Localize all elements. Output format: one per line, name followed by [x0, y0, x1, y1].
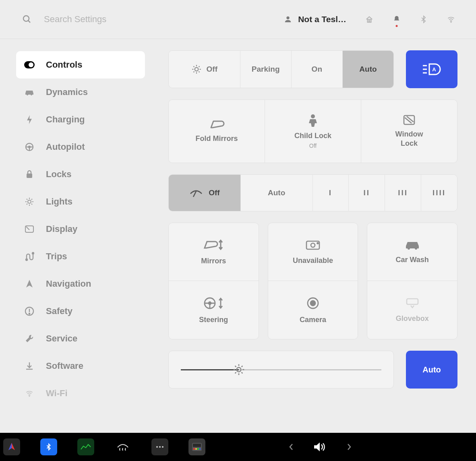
svg-point-25 — [32, 252, 34, 254]
camera-button[interactable]: Camera — [268, 281, 358, 339]
window-lock-button[interactable]: Window Lock — [361, 100, 457, 163]
brightness-auto-button[interactable]: Auto — [406, 351, 457, 389]
cell-label: Camera — [300, 316, 326, 324]
lights-option-parking[interactable]: Parking — [240, 51, 292, 88]
sidebar-item-label: Safety — [46, 306, 72, 316]
wiper-option-2[interactable]: II — [349, 175, 385, 211]
dock-dashcam-icon[interactable] — [188, 438, 205, 455]
sidebar-item-locks[interactable]: Locks — [16, 161, 145, 188]
svg-line-19 — [31, 204, 32, 205]
sidebar: Controls Dynamics Charging Autopilot Loc… — [0, 39, 161, 433]
media-prev-icon[interactable] — [288, 443, 294, 451]
profile-button[interactable]: Not a Tesl… — [284, 14, 346, 24]
toggle-icon — [24, 60, 35, 70]
sidebar-item-label: Trips — [46, 251, 67, 262]
wiper-option-label: IIII — [433, 188, 446, 197]
fold-mirrors-button[interactable]: Fold Mirrors — [169, 100, 265, 163]
lights-option-on[interactable]: On — [292, 51, 343, 88]
brightness-slider[interactable] — [168, 351, 394, 389]
headlight-button[interactable]: A — [406, 50, 457, 88]
svg-point-13 — [28, 200, 31, 203]
dashcam-button[interactable]: Unavailable — [268, 223, 358, 281]
lock-icon — [24, 169, 35, 180]
sidebar-item-label: Dynamics — [46, 87, 88, 97]
sidebar-item-trips[interactable]: Trips — [16, 243, 145, 270]
wiper-option-1[interactable]: I — [313, 175, 349, 211]
sidebar-item-label: Lights — [46, 196, 72, 207]
svg-line-20 — [27, 204, 27, 205]
wrench-icon — [24, 333, 35, 344]
lights-option-off[interactable]: Off — [169, 51, 240, 88]
svg-point-32 — [195, 68, 198, 71]
svg-line-66 — [242, 372, 243, 374]
svg-point-8 — [29, 146, 30, 148]
tile-sublabel: Off — [309, 143, 317, 149]
sidebar-item-navigation[interactable]: Navigation — [16, 270, 145, 298]
sidebar-item-label: Controls — [46, 60, 82, 70]
route-icon — [24, 251, 35, 262]
glovebox-button[interactable]: Glovebox — [367, 281, 457, 339]
media-volume-icon[interactable] — [313, 441, 327, 453]
wiper-option-label: Auto — [268, 188, 285, 197]
wiper-option-4[interactable]: IIII — [421, 175, 457, 211]
dock-bluetooth-icon[interactable] — [40, 438, 57, 455]
sidebar-item-charging[interactable]: Charging — [16, 106, 145, 133]
wiper-option-off[interactable]: Off — [169, 175, 241, 211]
car-wash-button[interactable]: Car Wash — [367, 223, 457, 281]
svg-line-23 — [26, 227, 29, 230]
dock-energy-icon[interactable] — [77, 438, 94, 455]
svg-point-58 — [310, 301, 315, 306]
sidebar-item-service[interactable]: Service — [16, 325, 145, 352]
steering-adjust-button[interactable]: Steering — [169, 281, 259, 339]
svg-point-49 — [209, 302, 211, 304]
media-next-icon[interactable] — [346, 443, 352, 451]
svg-line-38 — [199, 71, 199, 72]
sidebar-item-wifi[interactable]: Wi-Fi — [16, 380, 145, 407]
wiper-option-auto[interactable]: Auto — [241, 175, 313, 211]
bolt-icon — [24, 114, 35, 125]
svg-rect-12 — [27, 174, 32, 178]
bluetooth-icon[interactable] — [420, 14, 428, 24]
search-icon — [22, 14, 32, 24]
brightness-thumb[interactable] — [232, 363, 245, 376]
sidebar-item-lights[interactable]: Lights — [16, 188, 145, 215]
svg-line-45 — [407, 116, 414, 122]
dock-nav-icon[interactable] — [3, 438, 20, 455]
tile-label: Window Lock — [395, 130, 423, 149]
svg-point-28 — [29, 313, 30, 314]
dock-defrost-icon[interactable] — [114, 438, 131, 455]
lights-option-label: Auto — [359, 65, 377, 74]
wifi-icon[interactable] — [446, 15, 456, 23]
sidebar-item-label: Service — [46, 333, 77, 344]
homelink-icon[interactable] — [365, 15, 374, 24]
sidebar-item-label: Software — [46, 361, 83, 371]
search-input[interactable] — [44, 14, 284, 25]
sidebar-item-dynamics[interactable]: Dynamics — [16, 79, 145, 106]
svg-point-6 — [451, 22, 451, 23]
main-panel: Off Parking On Auto A Fold Mirrors — [161, 39, 476, 433]
notifications-icon[interactable] — [392, 15, 401, 24]
alert-icon — [24, 306, 35, 316]
sidebar-item-autopilot[interactable]: Autopilot — [16, 133, 145, 161]
svg-point-42 — [311, 114, 315, 118]
child-lock-button[interactable]: Child Lock Off — [265, 100, 361, 163]
sidebar-item-label: Display — [46, 224, 77, 234]
svg-line-40 — [199, 66, 199, 67]
sidebar-item-label: Wi-Fi — [46, 388, 68, 399]
mirrors-adjust-button[interactable]: Mirrors — [169, 223, 259, 281]
profile-name: Not a Tesl… — [298, 14, 346, 24]
svg-line-46 — [193, 191, 196, 197]
lights-option-auto[interactable]: Auto — [343, 51, 393, 88]
sidebar-item-software[interactable]: Software — [16, 352, 145, 380]
svg-point-71 — [162, 446, 163, 448]
svg-line-1 — [28, 21, 30, 23]
dock-more-icon[interactable] — [151, 438, 168, 455]
sidebar-item-label: Navigation — [46, 279, 91, 289]
sidebar-item-display[interactable]: Display — [16, 215, 145, 243]
cell-label: Car Wash — [396, 256, 429, 264]
sidebar-item-controls[interactable]: Controls — [16, 51, 145, 79]
sidebar-item-safety[interactable]: Safety — [16, 298, 145, 325]
svg-rect-74 — [193, 448, 195, 450]
wiper-option-3[interactable]: III — [385, 175, 421, 211]
lights-option-label: Off — [207, 65, 217, 74]
